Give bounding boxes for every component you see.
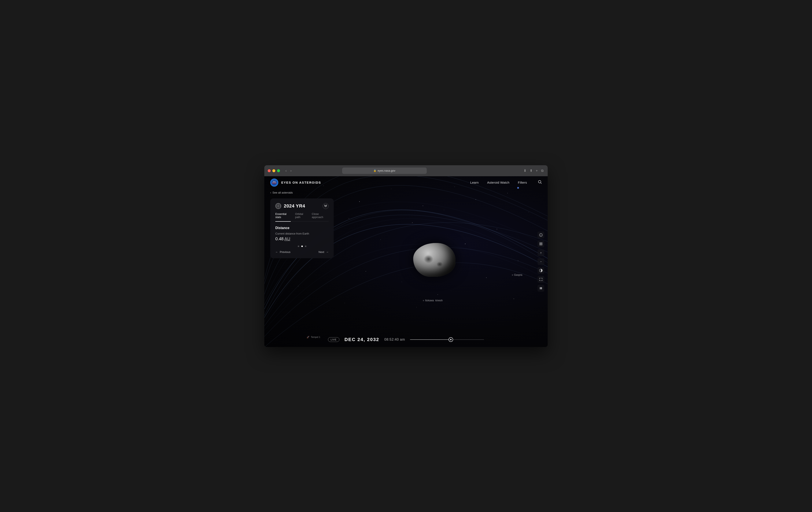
share-button[interactable]: ⬆ [529,168,533,174]
back-button[interactable]: ‹ [284,168,288,174]
panel-header-left: 2024 YR4 [275,203,305,209]
panel-navigation: ← Previous Next → [275,250,328,253]
svg-point-42 [541,234,541,234]
distance-section: Distance Current distance from Earth 0.4… [275,226,328,241]
svg-point-30 [539,180,541,183]
nasa-logo: NASA [270,179,278,187]
dot-1[interactable] [298,245,299,247]
layers-button[interactable] [538,240,544,247]
kinesh-text: kinesh [435,299,443,302]
svg-rect-46 [541,244,542,245]
maximize-button[interactable] [277,169,280,172]
nav-filters[interactable]: Filters [518,181,527,184]
timeline-progress [410,339,451,340]
svg-point-34 [278,206,279,206]
forward-button[interactable]: › [289,168,293,174]
distance-value-row: 0.48AU [275,237,328,241]
tabs-button[interactable]: ⧉ [540,168,544,174]
next-label: Next [318,250,324,253]
svg-text:NASA: NASA [273,181,276,182]
browser-chrome: ‹ › 🔒 eyes.nasa.gov ⬇ ⬆ + ⧉ [264,165,548,176]
back-link[interactable]: ‹ See all asteroids [270,191,293,194]
itokawa-text: Itokawa [425,299,434,302]
dot-2[interactable] [301,245,303,247]
gaspra-text: Gaspra [514,273,522,276]
svg-rect-48 [540,287,541,289]
right-controls: + − [538,232,544,292]
download-button[interactable]: ⬇ [523,168,527,174]
arrow-left-icon: ← [275,250,278,253]
zoom-in-button[interactable]: + [538,249,544,256]
distance-sublabel: Current distance from Earth [275,232,328,235]
live-badge[interactable]: LIVE [328,337,339,342]
date-display: DEC 24, 2032 [345,337,379,342]
distance-heading: Distance [275,226,328,230]
tab-essential-stats[interactable]: Essential stats [275,212,291,222]
svg-line-31 [541,183,542,184]
time-display: 08:52:40 am [384,338,405,341]
tempel-label: 🚀 Tempel 1 [307,336,320,338]
gaspra-dot [512,274,513,275]
address-bar[interactable]: 🔒 eyes.nasa.gov [342,168,427,174]
lock-icon: 🔒 [373,169,376,172]
asteroid-name: 2024 YR4 [284,203,305,209]
minimize-button[interactable] [272,169,275,172]
search-icon[interactable] [538,180,542,185]
timeline-handle[interactable] [448,337,453,342]
close-panel-button[interactable] [323,203,328,209]
browser-actions: ⬇ ⬆ + ⧉ [523,168,544,174]
minus-icon: − [540,260,542,263]
app-content: NASA EYES ON ASTEROIDS Learn Asteroid Wa… [264,176,548,347]
svg-rect-49 [541,287,542,289]
arrow-right-icon: → [326,250,328,253]
svg-rect-45 [540,244,541,245]
previous-label: Previous [280,250,291,253]
browser-window: ‹ › 🔒 eyes.nasa.gov ⬇ ⬆ + ⧉ [264,165,548,347]
info-button[interactable] [538,232,544,238]
nav-asteroid-watch[interactable]: Asteroid Watch [487,181,510,184]
tab-close-approach[interactable]: Close approach [312,212,328,219]
timeline-track[interactable] [410,339,484,340]
panel-header: 2024 YR4 [275,203,328,209]
browser-controls: ‹ › [284,168,293,174]
itokawa-label: Itokawa kinesh [423,299,442,302]
pagination-dots [275,245,328,247]
itokawa-dot [423,300,424,301]
target-icon [275,203,281,209]
back-chevron-icon: ‹ [270,191,271,194]
previous-button[interactable]: ← Previous [275,250,291,253]
expand-button[interactable] [538,276,544,283]
asteroid-3d [413,243,456,277]
panel-tabs: Essential stats Orbital path Close appro… [275,212,328,221]
traffic-lights [268,169,280,172]
next-button[interactable]: Next → [318,250,328,253]
tempel-text: Tempel 1 [311,336,320,338]
url-display: eyes.nasa.gov [378,169,396,172]
plus-icon: + [540,251,542,254]
nav-learn[interactable]: Learn [470,181,479,184]
svg-rect-44 [541,243,542,244]
pause-button[interactable] [538,285,544,292]
top-navigation: NASA EYES ON ASTEROIDS Learn Asteroid Wa… [264,176,548,189]
dot-3[interactable] [305,245,307,247]
contrast-button[interactable] [538,267,544,274]
close-button[interactable] [268,169,271,172]
back-link-text: See all asteroids [272,191,293,194]
svg-point-33 [277,205,279,207]
svg-rect-43 [540,243,541,244]
distance-unit: AU [284,237,290,241]
logo-area: NASA EYES ON ASTEROIDS [270,179,321,187]
nav-links: Learn Asteroid Watch Filters [470,180,542,185]
asteroid-body [413,243,456,277]
distance-value: 0.48 [275,237,284,241]
rocket-icon: 🚀 [307,336,310,338]
info-panel: 2024 YR4 Essential stats Orbital path Cl… [270,199,334,258]
new-tab-button[interactable]: + [535,168,539,174]
gaspra-label: Gaspra [512,273,522,276]
zoom-out-button[interactable]: − [538,258,544,265]
site-title: EYES ON ASTEROIDS [281,181,321,184]
tab-orbital-path[interactable]: Orbital path [295,212,308,219]
bottom-timeline: 🚀 Tempel 1 LIVE DEC 24, 2032 08:52:40 am [264,332,548,347]
